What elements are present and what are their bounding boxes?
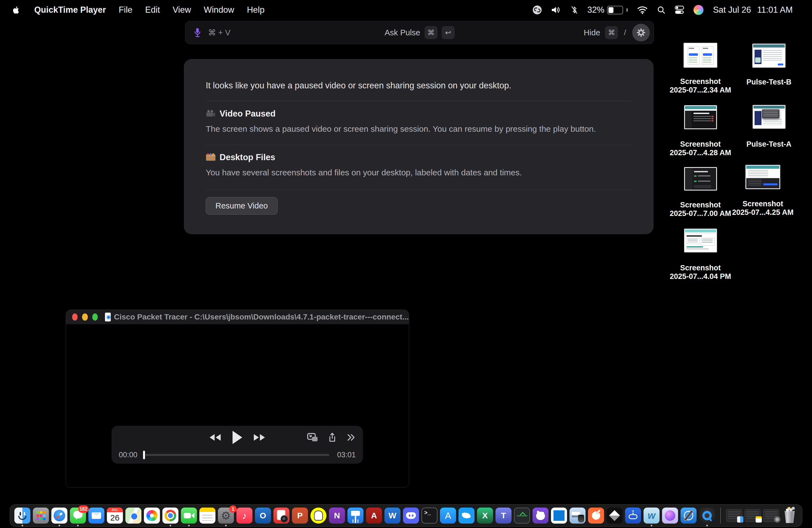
dock-item-twitter[interactable]	[459, 508, 475, 524]
dock-item-minwin-settings[interactable]	[763, 509, 779, 522]
dock-item-onenote[interactable]: N	[329, 508, 345, 524]
shazam-icon[interactable]	[533, 5, 542, 15]
dock-item-wave[interactable]: w	[643, 508, 659, 524]
dock-item-messages[interactable]: 182	[70, 508, 86, 524]
dock-item-teams[interactable]: T	[495, 508, 511, 524]
quicktime-title-bar[interactable]: Cisco Packet Tracer - C:\Users\jbsom\Dow…	[66, 310, 409, 324]
dock-item-chrome[interactable]	[162, 508, 178, 524]
xcode-icon	[681, 508, 697, 524]
powerpoint-icon: P	[292, 508, 308, 524]
dock-item-appstore[interactable]: A	[440, 508, 456, 524]
dock-item-safari[interactable]	[52, 508, 68, 524]
dock-item-quicktime[interactable]	[699, 508, 715, 524]
dock-item-activity[interactable]	[514, 508, 530, 524]
desktop-icon-pulse-test-a[interactable]: Pulse-Test-A	[719, 105, 812, 129]
panel-intro-text: It looks like you have a paused video or…	[206, 80, 632, 91]
minwin-finder-thumbnail	[726, 509, 742, 522]
acrobat-glyph: A	[371, 511, 377, 520]
menu-bar-date: Sat Jul 26	[713, 5, 751, 15]
desktop-icon-screenshot-2025-07425am[interactable]: Screenshot2025-07...4.25 AM	[713, 165, 812, 189]
close-window-button[interactable]	[72, 313, 77, 321]
control-center-icon[interactable]	[675, 5, 684, 14]
rewind-button[interactable]	[209, 433, 221, 442]
dock-item-minwin-finder[interactable]	[726, 509, 742, 522]
dock-item-vscode[interactable]	[551, 508, 567, 524]
dock-item-music[interactable]: ♪	[236, 508, 252, 524]
resume-video-button[interactable]: Resume Video	[206, 197, 278, 215]
dock-item-terminal[interactable]: >_	[421, 508, 437, 524]
dock-item-launchpad[interactable]	[33, 508, 49, 524]
playhead[interactable]	[143, 451, 145, 459]
battery-indicator[interactable]: 32%	[587, 5, 628, 15]
wifi-icon[interactable]	[637, 6, 648, 14]
minwin-settings-thumbnail	[763, 509, 779, 522]
dock-item-facetime[interactable]	[181, 508, 197, 524]
dock-item-github[interactable]	[533, 508, 549, 524]
pulse-settings-button[interactable]	[632, 24, 650, 41]
spotlight-search-icon[interactable]	[657, 6, 665, 14]
dock-item-xcode[interactable]	[681, 508, 697, 524]
minimize-window-button[interactable]	[82, 313, 88, 321]
dock-item-word[interactable]: W	[385, 508, 401, 524]
menu-item-view[interactable]: View	[173, 5, 191, 15]
timeline-scrubber[interactable]	[145, 454, 329, 456]
bluetooth-off-icon[interactable]	[570, 5, 578, 14]
dock-item-mail[interactable]	[88, 508, 104, 524]
menu-item-edit[interactable]: Edit	[145, 5, 160, 15]
dock: 182JUL26⚙1♪OPNAW>_AXTw	[10, 504, 802, 527]
dock-item-acrobat[interactable]: A	[366, 508, 382, 524]
desktop-icon-label: Screenshot2025-07...7.00 AM	[670, 201, 731, 218]
play-button[interactable]	[232, 430, 243, 444]
settings-running-indicator	[225, 525, 227, 526]
dock-item-photos[interactable]	[144, 508, 160, 524]
dock-item-discord[interactable]	[403, 508, 419, 524]
ask-pulse-label[interactable]: Ask Pulse	[385, 28, 420, 37]
hide-label[interactable]: Hide	[584, 28, 600, 37]
dock-item-maps[interactable]	[126, 508, 141, 524]
wave-running-indicator	[651, 525, 652, 526]
microphone-icon[interactable]	[193, 27, 201, 38]
dock-item-powerpoint[interactable]: P	[292, 508, 308, 524]
unity-icon	[607, 508, 623, 524]
active-app-name[interactable]: QuickTime Player	[34, 5, 106, 15]
dock-item-excel[interactable]: X	[477, 508, 493, 524]
fast-forward-button[interactable]	[253, 433, 265, 442]
menu-bar-time: 11:01 AM	[757, 5, 793, 15]
dock-item-minwin-notes[interactable]	[744, 509, 760, 522]
zoom-window-button[interactable]	[92, 313, 98, 321]
dock-item-remoteplay[interactable]	[625, 508, 641, 524]
facetime-icon	[181, 508, 197, 524]
dock-item-outlook[interactable]: O	[255, 508, 271, 524]
dock-item-trash[interactable]	[782, 508, 798, 524]
dock-item-postman[interactable]	[588, 508, 604, 524]
file-thumbnail-pricing-page	[684, 43, 717, 68]
volume-icon[interactable]	[551, 6, 561, 14]
quicktime-player-window[interactable]: Cisco Packet Tracer - C:\Users\jbsom\Dow…	[66, 310, 409, 488]
menu-bar-clock[interactable]: Sat Jul 26 11:01 AM	[713, 5, 793, 15]
menu-item-file[interactable]: File	[119, 5, 133, 15]
desktop-icon-screenshot-2025-07404pm[interactable]: Screenshot2025-07...4.04 PM	[651, 229, 750, 252]
dock-item-preview[interactable]	[569, 508, 585, 524]
dock-item-unity[interactable]	[607, 508, 623, 524]
menu-item-help[interactable]: Help	[247, 5, 265, 15]
desktop-icon-label: Pulse-Test-B	[746, 78, 791, 86]
desktop-icon-pulse-test-b[interactable]: Pulse-Test-B	[719, 44, 812, 68]
dock-item-snapchat[interactable]	[310, 508, 327, 524]
dock-item-finder[interactable]	[14, 508, 30, 524]
dock-item-siriapp[interactable]	[662, 508, 678, 524]
discord-icon	[403, 508, 419, 524]
outlook-icon: O	[255, 508, 271, 524]
dock-item-calendar[interactable]: JUL26	[107, 508, 123, 524]
siri-icon[interactable]: ∞	[694, 5, 704, 15]
dock-item-settings[interactable]: ⚙1	[218, 508, 234, 524]
menu-item-window[interactable]: Window	[204, 5, 234, 15]
share-icon[interactable]	[328, 432, 336, 443]
more-controls-chevrons-icon[interactable]	[346, 433, 356, 442]
dock-item-photobooth[interactable]	[273, 508, 289, 524]
picture-in-picture-icon[interactable]	[307, 433, 318, 442]
dock-divider	[720, 508, 721, 524]
teams-icon: T	[495, 508, 511, 524]
dock-item-notes[interactable]	[199, 508, 215, 524]
apple-logo-icon[interactable]	[13, 6, 20, 14]
dock-item-keynote[interactable]	[347, 508, 363, 524]
